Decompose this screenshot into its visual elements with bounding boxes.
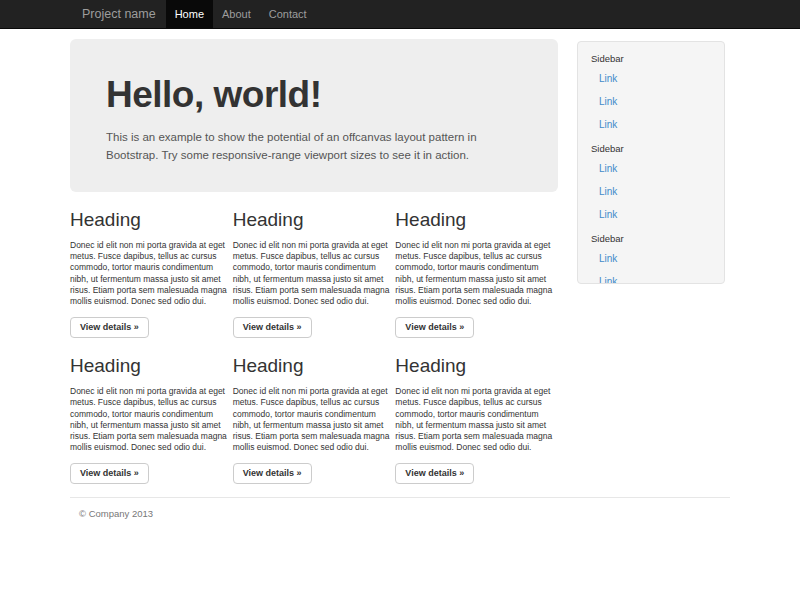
main-row: Hello, world! This is an example to show… <box>70 39 730 484</box>
page-title: Hello, world! <box>106 73 522 117</box>
jumbotron-description: This is an example to show the potential… <box>106 128 506 164</box>
navbar: Project name Home About Contact <box>0 0 800 29</box>
page-container: Hello, world! This is an example to show… <box>70 39 730 519</box>
card-6: Heading Donec id elit non mi porta gravi… <box>395 355 554 484</box>
cards-row-1: Heading Donec id elit non mi porta gravi… <box>70 209 558 338</box>
sidebar-link[interactable]: Link <box>578 247 724 270</box>
card-body-text: Donec id elit non mi porta gravida at eg… <box>395 386 554 453</box>
card-heading: Heading <box>233 355 392 377</box>
card-4: Heading Donec id elit non mi porta gravi… <box>70 355 229 484</box>
sidebar-link[interactable]: Link <box>578 113 724 136</box>
card-3: Heading Donec id elit non mi porta gravi… <box>395 209 554 338</box>
card-heading: Heading <box>70 209 229 231</box>
sidebar-group-2: Sidebar Link Link Link <box>578 143 724 226</box>
jumbotron: Hello, world! This is an example to show… <box>70 39 558 192</box>
view-details-button[interactable]: View details » <box>70 463 149 484</box>
sidebar-link[interactable]: Link <box>578 270 724 284</box>
sidebar-group-title: Sidebar <box>591 233 724 244</box>
footer-divider <box>70 497 730 498</box>
sidebar-link[interactable]: Link <box>578 90 724 113</box>
nav-item-about[interactable]: About <box>213 0 260 28</box>
card-heading: Heading <box>233 209 392 231</box>
content-column: Hello, world! This is an example to show… <box>70 39 558 484</box>
nav-item-home[interactable]: Home <box>166 0 213 28</box>
card-body-text: Donec id elit non mi porta gravida at eg… <box>233 240 392 307</box>
sidebar-link[interactable]: Link <box>578 157 724 180</box>
footer: © Company 2013 <box>70 508 730 519</box>
view-details-button[interactable]: View details » <box>395 463 474 484</box>
sidebar-group-3: Sidebar Link Link <box>578 233 724 284</box>
card-heading: Heading <box>395 355 554 377</box>
card-1: Heading Donec id elit non mi porta gravi… <box>70 209 229 338</box>
sidebar-group-title: Sidebar <box>591 143 724 154</box>
card-2: Heading Donec id elit non mi porta gravi… <box>233 209 392 338</box>
card-body-text: Donec id elit non mi porta gravida at eg… <box>70 386 229 453</box>
copyright-text: © Company 2013 <box>79 508 730 519</box>
cards-row-2: Heading Donec id elit non mi porta gravi… <box>70 355 558 484</box>
view-details-button[interactable]: View details » <box>70 317 149 338</box>
view-details-button[interactable]: View details » <box>233 463 312 484</box>
view-details-button[interactable]: View details » <box>233 317 312 338</box>
sidebar-group-1: Sidebar Link Link Link <box>578 53 724 136</box>
card-heading: Heading <box>70 355 229 377</box>
navbar-brand[interactable]: Project name <box>72 0 166 28</box>
nav-item-contact[interactable]: Contact <box>260 0 316 28</box>
sidebar: Sidebar Link Link Link Sidebar Link Link… <box>577 41 725 284</box>
card-body-text: Donec id elit non mi porta gravida at eg… <box>395 240 554 307</box>
view-details-button[interactable]: View details » <box>395 317 474 338</box>
card-heading: Heading <box>395 209 554 231</box>
sidebar-group-title: Sidebar <box>591 53 724 64</box>
sidebar-link[interactable]: Link <box>578 67 724 90</box>
card-body-text: Donec id elit non mi porta gravida at eg… <box>70 240 229 307</box>
sidebar-link[interactable]: Link <box>578 180 724 203</box>
sidebar-link[interactable]: Link <box>578 203 724 226</box>
card-5: Heading Donec id elit non mi porta gravi… <box>233 355 392 484</box>
card-body-text: Donec id elit non mi porta gravida at eg… <box>233 386 392 453</box>
